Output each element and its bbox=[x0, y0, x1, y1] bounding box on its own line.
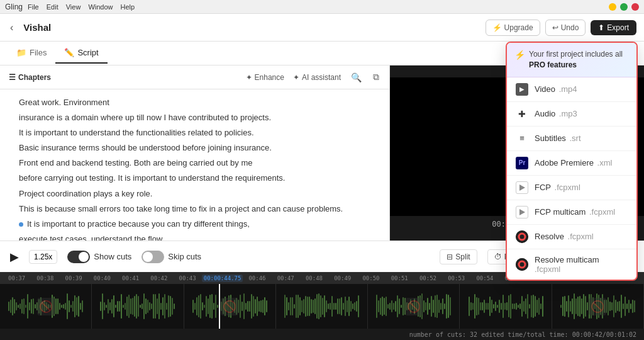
tick: 00:46 bbox=[243, 275, 271, 281]
undo-icon: ↩ bbox=[552, 23, 558, 32]
svg-point-4 bbox=[516, 230, 528, 243]
show-cuts-toggle[interactable] bbox=[67, 251, 90, 263]
transcript-line: execute test cases, understand the flow. bbox=[19, 232, 379, 241]
split-icon: ⊟ bbox=[447, 252, 453, 261]
export-label: Export bbox=[607, 23, 629, 32]
play-button[interactable]: ▶ bbox=[10, 250, 19, 264]
project-name: Vishal bbox=[23, 22, 51, 33]
status-text: number of cuts: 32 edited time/total tim… bbox=[409, 331, 636, 338]
transcript-line: Basic insurance terms should be understo… bbox=[19, 141, 379, 155]
split-button[interactable]: ⊟ Split bbox=[440, 249, 477, 264]
waveform-segment bbox=[92, 284, 184, 329]
show-cuts-toggle-group: Show cuts bbox=[67, 251, 131, 263]
export-item-fcp[interactable]: FCP .fcpxml bbox=[507, 176, 636, 200]
tick: 00:51 bbox=[386, 275, 414, 281]
toolbar-right: ⚡ Upgrade ↩ Undo ⬆ Export bbox=[486, 20, 636, 36]
resolve-icon bbox=[516, 230, 528, 243]
waveform-row[interactable]: 🚫🚫🚫🚫 bbox=[0, 284, 644, 329]
speed-button[interactable]: 1.25x bbox=[29, 250, 57, 264]
export-button[interactable]: ⬆ Export bbox=[591, 20, 636, 35]
transcript-line: This is because small errors too take lo… bbox=[19, 202, 379, 216]
close-button[interactable] bbox=[631, 3, 639, 11]
transcript-line: insurance is a domain where up till now … bbox=[19, 111, 379, 125]
enhance-label: Enhance bbox=[255, 73, 284, 82]
top-toolbar: ‹ Vishal ⚡ Upgrade ↩ Undo ⬆ Export bbox=[0, 14, 644, 42]
undo-button[interactable]: ↩ Undo bbox=[545, 20, 586, 36]
transcript-actions: ✦ Enhance ✦ AI assistant 🔍 ⧉ bbox=[246, 71, 380, 84]
status-bar: number of cuts: 32 edited time/total tim… bbox=[0, 329, 644, 340]
search-button[interactable]: 🔍 bbox=[350, 71, 363, 84]
promo-banner: ⚡ Your first project includes all PRO fe… bbox=[507, 43, 636, 77]
export-item-fcp-multicam-name: FCP multicam .fcpxml bbox=[535, 207, 615, 217]
chapters-label: Chapters bbox=[18, 73, 51, 82]
tab-script-label: Script bbox=[77, 48, 98, 57]
timeline-playhead bbox=[219, 284, 220, 329]
export-item-subtitles-name: Subtitles .srt bbox=[535, 133, 581, 143]
upgrade-icon: ⚡ bbox=[492, 23, 502, 32]
waveform-segment: 🚫 bbox=[0, 284, 92, 329]
copy-button[interactable]: ⧉ bbox=[372, 71, 380, 84]
ai-assistant-button[interactable]: ✦ AI assistant bbox=[293, 73, 341, 82]
position-marker bbox=[19, 222, 23, 227]
waveform-disabled-icon: 🚫 bbox=[405, 298, 423, 315]
files-icon: 📁 bbox=[16, 48, 26, 57]
adobe-icon: Pr bbox=[516, 157, 528, 169]
tick: 00:39 bbox=[60, 275, 88, 281]
waveform-segment bbox=[276, 284, 368, 329]
export-dropdown: ⚡ Your first project includes all PRO fe… bbox=[506, 42, 638, 281]
export-item-resolve[interactable]: Resolve .fcpxml bbox=[507, 225, 636, 249]
ai-assistant-label: AI assistant bbox=[302, 73, 341, 82]
tick: 00:48 bbox=[300, 275, 328, 281]
audio-icon: ✚ bbox=[516, 108, 528, 120]
transcript-line: It is important to understand the functi… bbox=[19, 126, 379, 140]
show-cuts-label: Show cuts bbox=[94, 252, 131, 261]
skip-cuts-label: Skip cuts bbox=[168, 252, 201, 261]
transcript-content: Great work. Environment insurance is a d… bbox=[0, 89, 389, 241]
menu-file[interactable]: File bbox=[28, 3, 39, 11]
ai-icon: ✦ bbox=[293, 73, 299, 82]
export-item-adobe[interactable]: Pr Adobe Premiere .xml bbox=[507, 151, 636, 176]
script-icon: ✏️ bbox=[64, 48, 74, 57]
show-cuts-knob bbox=[79, 252, 89, 262]
undo-label: Undo bbox=[561, 23, 579, 32]
waveform-segment bbox=[460, 284, 552, 329]
split-label: Split bbox=[455, 252, 470, 261]
export-item-audio[interactable]: ✚ Audio .mp3 bbox=[507, 102, 636, 127]
app-title: Gling bbox=[5, 3, 23, 11]
tick: 00:52 bbox=[414, 275, 442, 281]
tick: 00:40 bbox=[88, 275, 116, 281]
tick: 00:43 bbox=[174, 275, 202, 281]
export-item-video[interactable]: ▶ Video .mp4 bbox=[507, 77, 636, 102]
chapters-button[interactable]: ☰ Chapters bbox=[9, 73, 51, 82]
upgrade-button[interactable]: ⚡ Upgrade bbox=[486, 20, 540, 36]
waveform-segment: 🚫 bbox=[368, 284, 460, 329]
transcript-line: Great work. Environment bbox=[19, 96, 379, 110]
tick: 00:38 bbox=[31, 275, 59, 281]
export-item-resolve-multicam[interactable]: Resolve multicam .fcpxml bbox=[507, 249, 636, 280]
tick: 00:41 bbox=[116, 275, 145, 281]
tab-files[interactable]: 📁 Files bbox=[8, 43, 55, 64]
minimize-button[interactable] bbox=[609, 3, 616, 11]
back-button[interactable]: ‹ bbox=[8, 20, 16, 36]
upgrade-label: Upgrade bbox=[504, 23, 533, 32]
menu-help[interactable]: Help bbox=[121, 3, 135, 11]
export-item-subtitles[interactable]: ≡ Subtitles .srt bbox=[507, 127, 636, 151]
maximize-button[interactable] bbox=[620, 3, 628, 11]
export-item-fcp-multicam[interactable]: FCP multicam .fcpxml bbox=[507, 200, 636, 225]
toolbar-left: ‹ Vishal bbox=[8, 20, 51, 36]
tick: 00:54 bbox=[470, 275, 499, 281]
transcript-panel: ☰ Chapters ✦ Enhance ✦ AI assistant 🔍 ⧉ bbox=[0, 65, 390, 241]
skip-cuts-toggle[interactable] bbox=[142, 251, 164, 263]
export-item-audio-name: Audio .mp3 bbox=[535, 109, 577, 118]
waveform-disabled-icon: 🚫 bbox=[221, 298, 238, 315]
menu-window[interactable]: Window bbox=[88, 3, 113, 11]
tab-script[interactable]: ✏️ Script bbox=[55, 43, 107, 64]
menu-edit[interactable]: Edit bbox=[47, 3, 58, 11]
waveform-segment: 🚫 bbox=[184, 284, 276, 329]
enhance-button[interactable]: ✦ Enhance bbox=[246, 73, 284, 82]
tick: 00:53 bbox=[442, 275, 470, 281]
promo-text: Your first project includes all PRO feat… bbox=[529, 49, 629, 71]
titlebar-left: Gling File Edit View Window Help bbox=[5, 3, 135, 11]
tick: 00:50 bbox=[357, 275, 385, 281]
menu-view[interactable]: View bbox=[66, 3, 81, 11]
